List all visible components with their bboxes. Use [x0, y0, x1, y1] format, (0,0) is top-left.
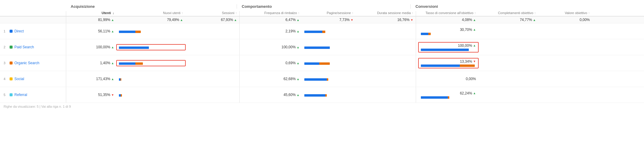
bar-chart — [421, 49, 476, 51]
channel-link[interactable]: Social — [14, 77, 24, 81]
utenti-value: 56,11% — [98, 29, 110, 33]
bar-orange — [327, 78, 328, 81]
channel-link[interactable]: Organic Search — [14, 61, 39, 65]
bar-chart — [119, 94, 183, 97]
summary-utenti: 81,99% ▲ — [69, 16, 117, 23]
analytics-table: Acquisizione Comportamento Conversioni U… — [0, 0, 644, 153]
cell-sessioni — [185, 94, 239, 96]
bar-chart — [421, 33, 476, 35]
trend-icon: ▲ — [111, 77, 114, 81]
col-header-valore[interactable]: Valore obiettivo ↑ — [538, 11, 592, 16]
bar-chart — [119, 78, 183, 81]
frequenza-value: 0,69% — [285, 61, 296, 65]
frequenza-value: 45,60% — [283, 93, 296, 97]
channel-link[interactable]: Referral — [14, 93, 27, 97]
col-header-completamenti[interactable]: Completamenti obiettivo ↑ — [478, 11, 538, 16]
col-header-frequenza[interactable]: Frequenza di rimbalzo ↑ — [242, 11, 302, 16]
row-number: 3 — [4, 61, 8, 65]
frequenza-value: 62,68% — [283, 77, 296, 81]
summary-completamenti: 74,77% ▲ — [478, 16, 538, 23]
bar-orange — [460, 64, 475, 67]
channel-link[interactable]: Direct — [14, 29, 24, 33]
bar-orange — [135, 62, 143, 65]
bar-chart — [119, 62, 183, 65]
bar-chart — [304, 46, 353, 49]
col-header-sessioni[interactable]: Sessioni ↑ — [185, 11, 239, 16]
summary-tasso: 4,08% ▲ — [418, 16, 478, 23]
cell-tasso: 13,34% ▼ — [418, 58, 478, 68]
col-header-tasso[interactable]: Tasso di conversione all'obiettivo ↑ — [418, 11, 478, 16]
col-header-pagine[interactable]: Pagine/sessione ↑ — [302, 11, 356, 16]
bar-orange — [428, 33, 431, 35]
channel-link[interactable]: Paid Search — [14, 45, 34, 49]
col-header-nuovi-utenti[interactable]: Nuovi utenti ↑ — [117, 11, 185, 16]
bar-orange — [448, 96, 449, 99]
cell-frequenza: 45,60% ▲ — [242, 92, 302, 98]
trend-icon: ▲ — [234, 18, 237, 22]
summary-row: 81,99% ▲ 79,49% ▲ 67,93% ▲ 6 — [0, 16, 644, 23]
summary-valore: 0,00% — [538, 16, 592, 23]
bar-chart — [421, 64, 476, 67]
tasso-value: 30,70% — [460, 28, 472, 32]
tasso-value: 62,24% — [460, 91, 472, 95]
bar-chart — [421, 96, 476, 99]
cell-utenti: 171,43% ▲ — [69, 76, 117, 82]
bar-blue — [304, 46, 330, 49]
bar-orange — [325, 94, 327, 97]
footer-text: Righe da visualizzare: 5 | Vai alla riga… — [0, 103, 644, 110]
bar-chart — [304, 94, 353, 97]
cell-sessioni — [185, 30, 239, 32]
trend-icon: ▲ — [180, 18, 183, 22]
bar-orange — [121, 94, 122, 97]
summary-sessioni: 67,93% ▲ — [185, 16, 239, 23]
data-rows: 1 Direct 56,11% ▲ — [0, 23, 644, 103]
cell-sessioni — [185, 78, 239, 80]
bar-chart — [304, 78, 353, 81]
acquisizione-title: Acquisizione — [66, 4, 237, 9]
bar-chart — [119, 31, 183, 33]
col-header-durata[interactable]: Durata sessione media ↑ — [356, 11, 416, 16]
trend-icon: ▲ — [473, 18, 476, 22]
cell-utenti: 51,35% ▼ — [69, 92, 117, 98]
bar-blue — [421, 96, 448, 99]
channel-dot — [10, 30, 13, 33]
bar-orange — [135, 31, 141, 33]
row-number: 4 — [4, 77, 8, 81]
cell-frequenza: 100,00% ▲ — [242, 44, 302, 50]
bar-blue — [304, 31, 322, 33]
bar-blue — [119, 46, 149, 49]
table-row: 1 Direct 56,11% ▲ — [0, 23, 644, 39]
cell-frequenza: 62,68% ▲ — [242, 76, 302, 82]
cell-sessioni — [185, 46, 239, 48]
cell-frequenza: 0,69% ▲ — [242, 60, 302, 66]
trend-icon: ▲ — [111, 18, 114, 22]
tasso-value: 0,00% — [466, 77, 476, 81]
cell-valore — [538, 62, 592, 64]
tasso-value: 13,34% — [460, 59, 472, 64]
cell-pagine — [302, 92, 356, 98]
cell-durata — [356, 46, 416, 48]
comportamento-title: Comportamento — [237, 4, 410, 9]
channel-dot — [10, 77, 13, 80]
cell-nuovi-utenti — [117, 44, 185, 50]
cell-valore — [538, 30, 592, 32]
trend-icon: ▼ — [350, 18, 353, 22]
summary-frequenza: 6,47% ▲ — [242, 16, 302, 23]
cell-completamenti — [478, 46, 538, 48]
cell-pagine — [302, 28, 356, 34]
bar-blue — [119, 31, 135, 33]
table-row: 4 Social 171,43% ▲ — [0, 71, 644, 87]
cell-nuovi-utenti — [117, 28, 185, 34]
trend-icon: ▲ — [297, 93, 300, 97]
trend-icon: ▼ — [410, 18, 413, 22]
summary-durata: 16,76% ▼ — [356, 16, 416, 23]
trend-icon: ▲ — [533, 18, 536, 22]
summary-nuovi-utenti: 79,49% ▲ — [117, 16, 185, 23]
col-header-utenti[interactable]: Utenti ↓ — [69, 11, 117, 16]
trend-icon: ▲ — [297, 46, 300, 49]
cell-utenti: 1,40% ▲ — [69, 60, 117, 66]
trend-icon: ▲ — [111, 30, 114, 33]
cell-tasso: 100,00% ▲ — [418, 42, 478, 52]
cell-frequenza: 2,19% ▲ — [242, 28, 302, 34]
channel-dot — [10, 46, 13, 49]
